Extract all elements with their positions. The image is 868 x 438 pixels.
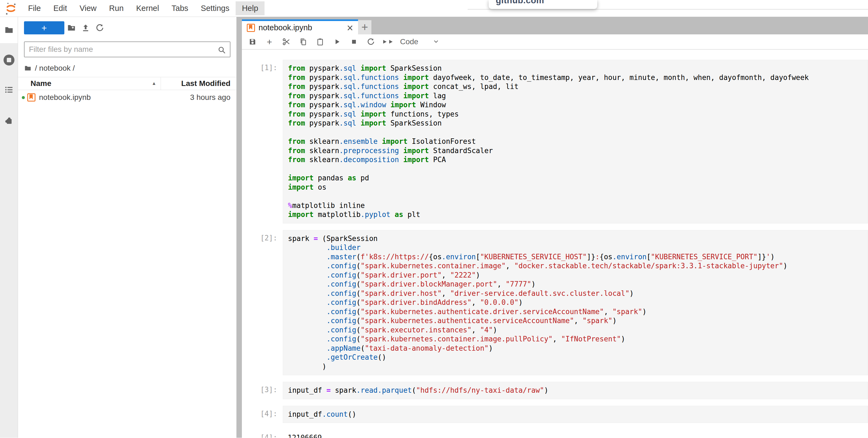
code-line: .config("spark.kubernetes.authenticate.s… xyxy=(288,316,868,326)
left-activity-bar xyxy=(0,17,18,438)
code-line: input_df.count() xyxy=(288,410,868,419)
sidebar-item-toc[interactable] xyxy=(0,85,18,94)
browser-edge-line xyxy=(468,9,868,9)
menu-settings[interactable]: Settings xyxy=(194,1,236,15)
folder-icon xyxy=(4,25,14,35)
sidebar-item-filebrowser[interactable] xyxy=(0,17,18,43)
code-line xyxy=(288,165,868,174)
refresh-button[interactable] xyxy=(93,21,107,34)
new-launcher-button[interactable]: + xyxy=(24,21,64,34)
file-name: notebook.ipynb xyxy=(39,93,91,102)
sidebar-item-extensions[interactable] xyxy=(0,115,18,125)
file-browser-toolbar: + xyxy=(18,21,237,34)
menu-run[interactable]: Run xyxy=(103,1,130,15)
cell-type-value: Code xyxy=(400,37,418,46)
menu-file[interactable]: File xyxy=(22,1,47,15)
panel-splitter[interactable] xyxy=(237,17,242,438)
save-icon xyxy=(248,38,257,46)
cut-cells-button[interactable] xyxy=(278,35,295,48)
save-button[interactable] xyxy=(244,35,261,48)
menu-tabs[interactable]: Tabs xyxy=(165,1,194,15)
breadcrumb-path: / notebook / xyxy=(35,64,75,72)
search-icon xyxy=(217,46,226,55)
code-line: input_df = spark.read.parquet("hdfs://hd… xyxy=(288,386,868,395)
cell-input-area[interactable]: input_df = spark.read.parquet("hdfs://hd… xyxy=(283,382,868,399)
code-line: from pyspark.sql.functions import lag xyxy=(288,91,868,101)
paste-cells-button[interactable] xyxy=(312,35,329,48)
sidebar-item-running-kernels[interactable] xyxy=(0,55,18,65)
tab-notebook[interactable]: notebook.ipynb × xyxy=(242,19,358,34)
code-line: ) xyxy=(288,362,868,372)
menu-kernel[interactable]: Kernel xyxy=(130,1,165,15)
chevron-down-icon xyxy=(433,38,440,46)
code-line: .appName("taxi-data-anomaly-detection") xyxy=(288,344,868,353)
code-line: from sklearn.preprocessing import Standa… xyxy=(288,146,868,155)
code-line: from pyspark.sql.window import Window xyxy=(288,100,868,110)
restart-kernel-button[interactable] xyxy=(363,35,379,48)
new-tab-button[interactable]: + xyxy=(358,20,371,34)
code-line: .config("spark.kubernetes.container.imag… xyxy=(288,261,868,271)
notebook-scroll-area[interactable]: [1]:from pyspark.sql import SparkSession… xyxy=(242,50,868,438)
file-row-notebook[interactable]: notebook.ipynb 3 hours ago xyxy=(18,90,237,105)
sort-ascending-icon: ▲ xyxy=(152,81,156,86)
fast-forward-icon xyxy=(382,39,394,45)
code-line: .getOrCreate() xyxy=(288,353,868,362)
filter-files-box xyxy=(24,41,230,57)
file-modified-time: 3 hours ago xyxy=(190,93,237,102)
code-line: .config("spark.driver.port", "2222") xyxy=(288,271,868,280)
code-line: import matplotlib.pyplot as plt xyxy=(288,210,868,220)
plus-icon: + xyxy=(267,36,272,47)
filter-files-input[interactable] xyxy=(25,42,230,57)
github-popup: github.com xyxy=(489,0,597,9)
cell-prompt: [3]: xyxy=(242,382,283,399)
restart-run-all-button[interactable] xyxy=(379,35,396,48)
new-folder-button[interactable] xyxy=(64,21,79,34)
cell-prompt: [4]: xyxy=(242,406,283,423)
code-line: from sklearn.decomposition import PCA xyxy=(288,155,868,165)
menu-help[interactable]: Help xyxy=(236,1,265,15)
cell-prompt: [2]: xyxy=(242,230,283,376)
code-line: from sklearn.ensemble import IsolationFo… xyxy=(288,137,868,146)
cell-input-area[interactable]: from pyspark.sql import SparkSessionfrom… xyxy=(283,60,868,224)
insert-cell-button[interactable]: + xyxy=(261,35,278,48)
copy-cells-button[interactable] xyxy=(295,35,312,48)
cell-row: [1]:from pyspark.sql import SparkSession… xyxy=(242,60,868,224)
stop-circle-icon xyxy=(4,55,14,65)
code-line: .config("spark.driver.blockManager.port"… xyxy=(288,280,868,289)
puzzle-icon xyxy=(4,115,14,125)
notebook-file-icon xyxy=(27,93,35,101)
run-icon xyxy=(334,38,341,45)
cell-input-area[interactable]: spark = (SparkSession .builder .master(f… xyxy=(283,230,868,376)
code-line: %matplotlib inline xyxy=(288,201,868,210)
code-line: from pyspark.sql.functions import dayofw… xyxy=(288,73,868,82)
menu-view[interactable]: View xyxy=(73,1,103,15)
refresh-icon xyxy=(95,24,104,32)
breadcrumb[interactable]: / notebook / xyxy=(24,64,230,72)
copy-icon xyxy=(299,38,307,46)
cell-output-area: 12106669 xyxy=(283,430,868,438)
new-folder-icon xyxy=(67,23,76,32)
folder-icon xyxy=(24,64,32,72)
tab-close-button[interactable]: × xyxy=(347,22,353,33)
code-line: from pyspark.sql import functions, types xyxy=(288,110,868,119)
code-line: .config("spark.kubernetes.container.imag… xyxy=(288,334,868,344)
cell-row: [4]:input_df.count() xyxy=(242,406,868,423)
clipboard-icon xyxy=(316,38,324,46)
cell-type-dropdown[interactable]: Code xyxy=(400,37,440,46)
cell-input-area[interactable]: input_df.count() xyxy=(283,406,868,423)
code-line: from pyspark.sql.functions import concat… xyxy=(288,82,868,91)
code-line: .master(f'k8s://https://{os.environ["KUB… xyxy=(288,253,868,262)
menu-edit[interactable]: Edit xyxy=(47,1,73,15)
cell-row: [3]:input_df = spark.read.parquet("hdfs:… xyxy=(242,382,868,399)
stop-icon xyxy=(351,38,357,45)
kernel-running-dot xyxy=(22,96,25,99)
code-line: import os xyxy=(288,183,868,192)
run-cell-button[interactable] xyxy=(329,35,345,48)
column-header-last-modified[interactable]: Last Modified xyxy=(161,77,237,90)
interrupt-kernel-button[interactable] xyxy=(345,35,363,48)
code-line: import pandas as pd xyxy=(288,174,868,183)
code-line: 12106669 xyxy=(288,433,868,438)
column-header-name[interactable]: Name ▲ xyxy=(18,79,161,88)
upload-button[interactable] xyxy=(79,21,93,34)
main-dock-area: notebook.ipynb × + + xyxy=(242,17,868,438)
